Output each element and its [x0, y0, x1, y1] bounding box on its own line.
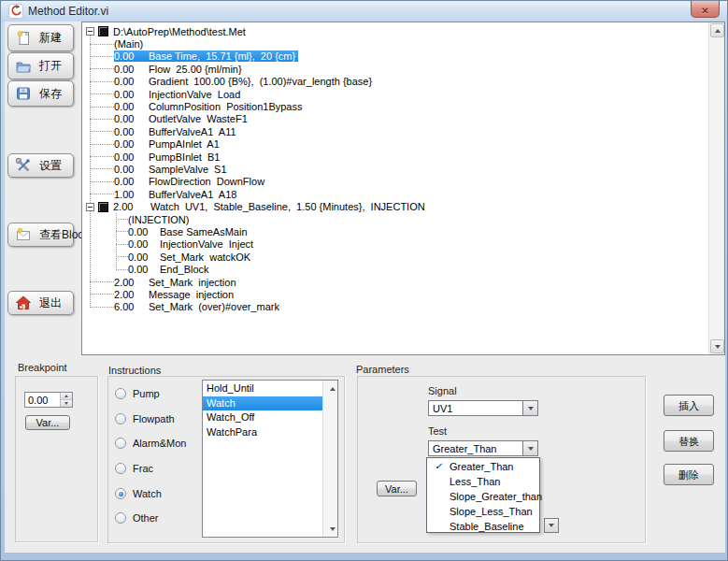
scroll-up-icon[interactable] — [710, 23, 724, 37]
tree-row[interactable]: 0.00PumpBInlet B1 — [82, 151, 708, 163]
tree-row[interactable]: 0.00ColumnPosition Position1Bypass — [82, 100, 708, 112]
radio-other[interactable]: Other — [115, 511, 159, 525]
listbox-scrollbar[interactable] — [322, 381, 337, 537]
title-bar: Method Editor.vi ✕ — [1, 1, 727, 22]
menu-item[interactable]: Slope_Less_Than — [427, 504, 539, 519]
menu-item-label: Less_Than — [450, 476, 500, 487]
tree-row-text: PumpBInlet B1 — [149, 151, 220, 163]
tree-row[interactable]: 2.00Watch UV1, Stable_Baseline, 1.50 {Mi… — [82, 200, 708, 212]
scroll-up-icon[interactable] — [325, 381, 339, 396]
menu-item[interactable]: Slope_Greater_than — [427, 489, 539, 504]
menu-item-label: Greater_Than — [450, 461, 513, 472]
radio-button-icon[interactable] — [115, 438, 126, 449]
radio-watch[interactable]: Watch — [115, 487, 162, 500]
test-combobox[interactable]: Greater_Than — [428, 440, 538, 456]
list-item[interactable]: Watch — [203, 396, 322, 411]
tree-row-content: 1.00BufferValveA1 A18 — [114, 189, 236, 200]
radio-alarm-mon[interactable]: Alarm&Mon — [115, 437, 186, 450]
tree-row-time: 2.00 — [113, 201, 150, 212]
method-node-icon — [98, 202, 108, 212]
replace-button[interactable]: 替换 — [664, 430, 714, 452]
tree-row-text: (Main) — [114, 38, 143, 50]
breakpoint-label: Breakpoint — [18, 362, 67, 373]
tree-row[interactable]: 0.00Set_Mark watckOK — [82, 251, 708, 263]
tree-row-content: 0.00OutletValve WasteF1 — [114, 113, 248, 124]
tree-row[interactable]: 0.00Gradient 100.00 {B%}, (1.00)#var_len… — [82, 76, 708, 88]
sidebar-button-6[interactable]: 退出 — [7, 291, 74, 315]
scroll-down-icon[interactable] — [710, 339, 724, 353]
sidebar-button-5[interactable]: 查看Block — [7, 223, 74, 247]
tree-row-text: SampleValve S1 — [149, 164, 227, 175]
instruction-listbox[interactable]: Hold_UntilWatchWatch_OffWatchPara — [202, 380, 338, 538]
menu-item[interactable]: ✓Greater_Than — [427, 459, 539, 474]
view-block-icon — [15, 226, 32, 243]
tree-row-time: 2.00 — [114, 277, 149, 288]
sidebar-button-1[interactable]: 新建 — [7, 24, 74, 51]
tree-row-time: 0.00 — [114, 64, 149, 75]
radio-button-icon[interactable] — [115, 488, 126, 499]
test-label: Test — [428, 425, 447, 437]
radio-button-icon[interactable] — [115, 413, 126, 424]
radio-button-icon[interactable] — [115, 512, 126, 524]
tree-row[interactable]: 6.00Set_Mark (over)#over_mark — [82, 301, 708, 313]
chevron-down-icon[interactable] — [522, 441, 537, 455]
tree-row[interactable]: 0.00Base Time, 15.71 {ml}, 20 {cm} — [82, 50, 708, 63]
scroll-down-icon[interactable] — [325, 522, 339, 536]
list-item[interactable]: WatchPara — [203, 425, 322, 440]
tree-row[interactable]: 0.00InjectionValve Load — [82, 88, 708, 100]
close-button[interactable]: ✕ — [691, 1, 720, 18]
tree-row-time: 0.00 — [114, 176, 149, 187]
tree-row[interactable]: D:\AutoPrep\Method\test.Met — [82, 25, 708, 37]
tree-scrollbar[interactable] — [708, 22, 724, 354]
tree-row[interactable]: 0.00PumpAInlet A1 — [82, 138, 708, 151]
sidebar-button-2[interactable]: 打开 — [7, 52, 74, 79]
delete-button[interactable]: 删除 — [664, 464, 714, 485]
tree-row-content: D:\AutoPrep\Method\test.Met — [113, 26, 246, 37]
tree-row[interactable]: 0.00Flow 25.00 {ml/min} — [82, 63, 708, 75]
obscured-combo-arrow-button[interactable] — [544, 518, 559, 533]
tree-row[interactable]: 0.00SampleValve S1 — [82, 163, 708, 175]
tree-row[interactable]: 0.00InjectionValve Inject — [82, 238, 708, 251]
tree-row[interactable]: 0.00BufferValveA1 A11 — [82, 125, 708, 137]
chevron-down-icon[interactable] — [522, 401, 537, 415]
menu-item[interactable]: Stable_Baseline — [427, 519, 539, 534]
tree-row[interactable]: 0.00OutletValve WasteF1 — [82, 113, 708, 125]
sidebar-button-label: 打开 — [39, 58, 62, 74]
expand-minus-icon[interactable] — [86, 27, 94, 36]
tree-row[interactable]: 0.00Base SameAsMain — [82, 225, 708, 237]
list-item[interactable]: Hold_Until — [203, 381, 322, 396]
parameters-var-button[interactable]: Var... — [377, 481, 417, 496]
radio-pump[interactable]: Pump — [115, 387, 160, 400]
sidebar-button-3[interactable]: 保存 — [7, 80, 74, 107]
insert-button[interactable]: 插入 — [664, 395, 714, 416]
expand-minus-icon[interactable] — [86, 203, 94, 211]
tree-row-content: 0.00Gradient 100.00 {B%}, (1.00)#var_len… — [114, 76, 372, 87]
tree-guide-stub — [116, 219, 128, 220]
tree-row-content: 0.00End_Block — [128, 264, 209, 275]
method-editor-window: Method Editor.vi ✕ 新建打开保存设置查看Block退出 D:\… — [0, 0, 728, 561]
open-folder-icon — [15, 58, 32, 75]
list-item[interactable]: Watch_Off — [203, 410, 322, 425]
breakpoint-spinner[interactable]: 0.00 — [24, 392, 73, 408]
tree-guide-stub — [116, 244, 128, 245]
tree-row[interactable]: (Main) — [82, 37, 708, 50]
tree-row[interactable]: 1.00BufferValveA1 A18 — [82, 188, 708, 200]
menu-item[interactable]: Less_Than — [427, 474, 539, 489]
tree-row-time: 0.00 — [128, 264, 160, 275]
breakpoint-var-button[interactable]: Var... — [25, 415, 70, 430]
tree-row[interactable]: 0.00End_Block — [82, 263, 708, 275]
sidebar-button-4[interactable]: 设置 — [7, 153, 74, 178]
spinner-up-icon[interactable] — [61, 393, 72, 400]
tree-row[interactable]: 2.00Message injection — [82, 288, 708, 300]
radio-button-icon[interactable] — [115, 388, 126, 399]
tree-guide-stub — [90, 94, 114, 94]
radio-button-icon[interactable] — [115, 463, 126, 474]
spinner-down-icon[interactable] — [61, 400, 72, 407]
radio-flowpath[interactable]: Flowpath — [115, 412, 175, 425]
tree-row[interactable]: 0.00FlowDirection DownFlow — [82, 176, 708, 188]
tree-guide-stub — [90, 56, 114, 57]
radio-frac[interactable]: Frac — [115, 462, 153, 475]
tree-row[interactable]: (INJECTION) — [82, 213, 708, 225]
tree-row[interactable]: 2.00Set_Mark injection — [82, 276, 708, 288]
signal-combobox[interactable]: UV1 — [428, 400, 538, 416]
